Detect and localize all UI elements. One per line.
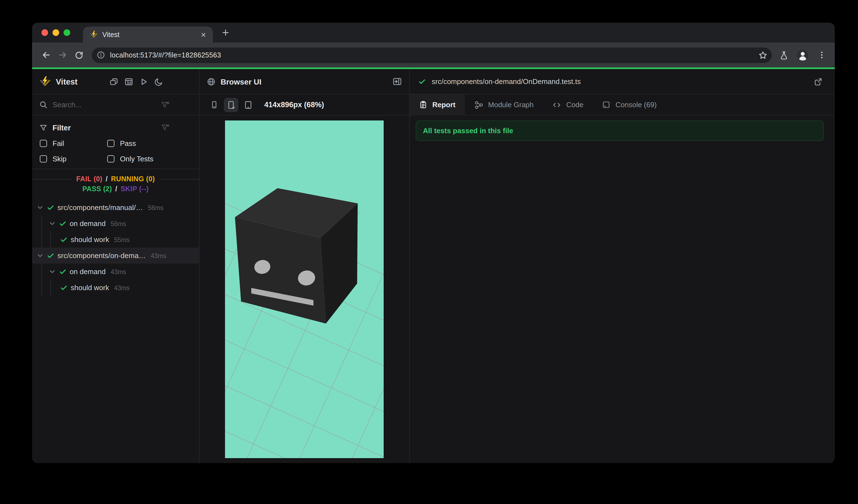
site-info-icon[interactable]	[97, 51, 105, 59]
tab-close-icon[interactable]	[198, 30, 208, 39]
code-icon	[553, 100, 561, 109]
panel-right-icon[interactable]	[393, 77, 402, 86]
tab-strip: Vitest	[32, 23, 835, 43]
chevron-down-icon[interactable]	[36, 252, 44, 259]
back-button[interactable]	[37, 47, 54, 63]
filter-checkbox-only-tests[interactable]: Only Tests	[107, 155, 192, 163]
fail-count: FAIL (0)	[76, 175, 102, 183]
check-icon	[418, 77, 426, 86]
search-input[interactable]	[52, 101, 161, 109]
check-icon	[46, 251, 55, 260]
duration-badge: 55ms	[114, 236, 130, 243]
globe-icon	[207, 77, 216, 86]
filter-section: Filter Fail Pass	[32, 115, 199, 169]
filter-checkbox-skip[interactable]: Skip	[40, 155, 107, 163]
test-summary: FAIL (0) / RUNNING (0) PASS (2) / SKIP (…	[32, 169, 199, 197]
check-icon	[59, 220, 67, 228]
external-link-icon[interactable]	[814, 77, 823, 86]
checkbox-icon[interactable]	[107, 155, 114, 162]
desktop: Vitest local	[0, 0, 858, 504]
check-icon	[46, 204, 55, 212]
chevron-down-icon[interactable]	[49, 268, 56, 275]
test-file-path: src/components/on-demand/OnDemand.test.t…	[432, 77, 581, 86]
vitest-ui: Vitest	[32, 69, 835, 463]
browser-tab[interactable]: Vitest	[83, 27, 213, 43]
reload-button[interactable]	[71, 47, 88, 63]
minimize-window-button[interactable]	[52, 29, 59, 36]
browser-ui-header: Browser UI	[200, 69, 409, 95]
duration-badge: 43ms	[111, 268, 126, 275]
search-row	[32, 95, 199, 115]
chevron-down-icon[interactable]	[36, 204, 44, 211]
module-graph-icon	[474, 100, 483, 109]
traffic-lights	[42, 29, 70, 36]
chevron-down-icon[interactable]	[49, 220, 56, 227]
device-phone-small-button[interactable]	[207, 98, 221, 112]
new-tab-button[interactable]	[218, 26, 233, 40]
running-count: RUNNING (0)	[111, 175, 155, 183]
profile-avatar[interactable]	[795, 47, 810, 63]
tab-title: Vitest	[102, 31, 194, 38]
browser-ui-panel: Browser UI 414x896px	[200, 69, 410, 463]
preview-area	[200, 115, 409, 463]
vitest-logo-icon	[39, 76, 51, 87]
robot-cube	[235, 188, 358, 324]
duration-badge: 56ms	[111, 220, 126, 227]
browser-window: Vitest local	[32, 23, 835, 463]
viewport-size-label: 414x896px (68%)	[264, 101, 324, 109]
report-clipboard-icon	[419, 101, 427, 109]
tab-code[interactable]: Code	[543, 95, 593, 115]
test-render-iframe[interactable]	[225, 120, 384, 458]
search-icon	[39, 101, 48, 109]
menu-kebab-icon[interactable]	[814, 47, 829, 63]
checkbox-icon[interactable]	[40, 155, 47, 162]
dark-mode-moon-icon[interactable]	[154, 77, 163, 86]
clear-search-filter-icon[interactable]	[161, 100, 170, 109]
report-panel: src/components/on-demand/OnDemand.test.t…	[410, 69, 835, 463]
address-bar[interactable]: localhost:5173/#/?file=1828625563	[92, 47, 772, 63]
tab-module-graph[interactable]: Module Graph	[465, 95, 543, 115]
panels-icon[interactable]	[109, 77, 118, 86]
sidebar: Vitest	[32, 69, 200, 463]
tree-row-file[interactable]: src/components/manual/… 56ms	[32, 199, 199, 215]
duration-badge: 43ms	[114, 284, 130, 291]
check-icon	[59, 267, 67, 276]
filter-checkbox-fail[interactable]: Fail	[40, 139, 107, 148]
pass-count: PASS (2)	[82, 185, 112, 193]
filter-title: Filter	[52, 124, 71, 132]
checkbox-icon[interactable]	[107, 140, 114, 147]
url-text[interactable]: localhost:5173/#/?file=1828625563	[110, 51, 753, 59]
checkbox-icon[interactable]	[40, 140, 47, 147]
forward-button[interactable]	[54, 47, 71, 63]
all-tests-passed-banner: All tests passed in this file	[416, 120, 824, 141]
bookmark-star-icon[interactable]	[759, 51, 767, 60]
tree-row-test[interactable]: should work 43ms	[32, 280, 199, 296]
filter-funnel-icon	[39, 124, 48, 132]
duration-badge: 56ms	[148, 204, 163, 211]
toolbar-actions	[776, 47, 829, 63]
run-all-icon[interactable]	[139, 77, 148, 86]
tab-report[interactable]: Report	[410, 95, 465, 115]
filter-checkbox-pass[interactable]: Pass	[107, 139, 192, 148]
report-tabs: Report Module Graph Code Console (69)	[410, 95, 835, 115]
check-icon	[60, 235, 68, 244]
experiments-flask-icon[interactable]	[776, 47, 792, 63]
duration-badge: 43ms	[150, 252, 166, 259]
tree-row-suite[interactable]: on demand 56ms	[32, 215, 199, 231]
device-toolbar: 414x896px (68%)	[200, 95, 409, 115]
tree-row-suite[interactable]: on demand 43ms	[32, 264, 199, 280]
sidebar-header: Vitest	[32, 69, 199, 95]
tab-console[interactable]: Console (69)	[593, 95, 666, 115]
zoom-window-button[interactable]	[64, 29, 70, 36]
vitest-favicon-icon	[90, 30, 98, 39]
device-tablet-button[interactable]	[241, 98, 255, 112]
test-tree: src/components/manual/… 56ms on demand 5…	[32, 197, 199, 463]
device-phone-plus-button[interactable]	[224, 98, 238, 112]
clear-filters-icon[interactable]	[161, 123, 170, 132]
check-icon	[60, 283, 68, 292]
dashboard-icon[interactable]	[124, 77, 133, 86]
close-window-button[interactable]	[42, 29, 48, 36]
tree-row-file-selected[interactable]: src/components/on-dema… 43ms	[32, 248, 199, 264]
panel-title: Browser UI	[221, 77, 261, 86]
tree-row-test[interactable]: should work 55ms	[32, 231, 199, 248]
